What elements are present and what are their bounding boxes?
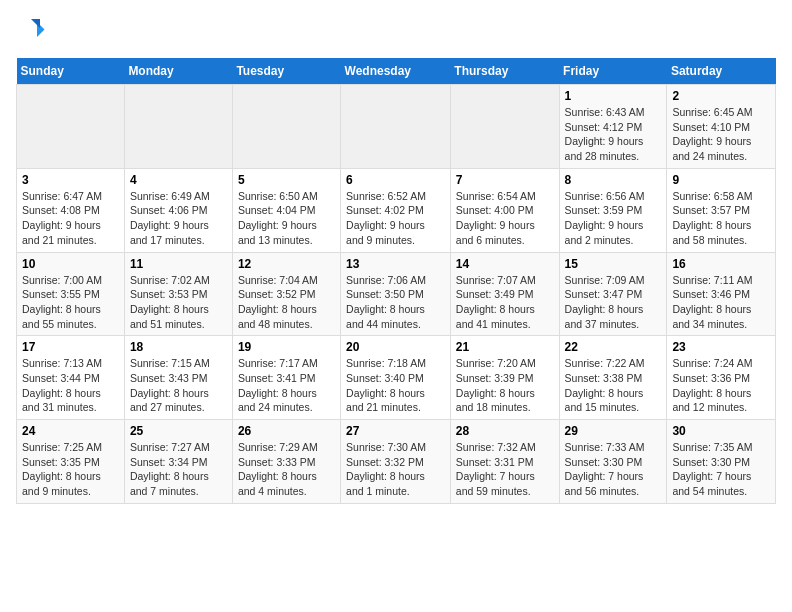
calendar-cell: 27Sunrise: 7:30 AM Sunset: 3:32 PM Dayli… <box>341 420 451 504</box>
day-number: 27 <box>346 424 445 438</box>
day-info: Sunrise: 7:24 AM Sunset: 3:36 PM Dayligh… <box>672 356 770 415</box>
day-info: Sunrise: 7:32 AM Sunset: 3:31 PM Dayligh… <box>456 440 554 499</box>
page-header <box>16 16 776 46</box>
day-info: Sunrise: 7:02 AM Sunset: 3:53 PM Dayligh… <box>130 273 227 332</box>
day-info: Sunrise: 7:27 AM Sunset: 3:34 PM Dayligh… <box>130 440 227 499</box>
calendar-cell: 30Sunrise: 7:35 AM Sunset: 3:30 PM Dayli… <box>667 420 776 504</box>
day-number: 4 <box>130 173 227 187</box>
day-number: 17 <box>22 340 119 354</box>
day-info: Sunrise: 7:25 AM Sunset: 3:35 PM Dayligh… <box>22 440 119 499</box>
calendar-cell: 26Sunrise: 7:29 AM Sunset: 3:33 PM Dayli… <box>232 420 340 504</box>
svg-marker-1 <box>31 19 40 28</box>
day-info: Sunrise: 7:20 AM Sunset: 3:39 PM Dayligh… <box>456 356 554 415</box>
calendar-cell: 8Sunrise: 6:56 AM Sunset: 3:59 PM Daylig… <box>559 168 667 252</box>
calendar-cell: 7Sunrise: 6:54 AM Sunset: 4:00 PM Daylig… <box>450 168 559 252</box>
day-info: Sunrise: 6:54 AM Sunset: 4:00 PM Dayligh… <box>456 189 554 248</box>
day-number: 21 <box>456 340 554 354</box>
weekday-header-saturday: Saturday <box>667 58 776 85</box>
calendar-week-row: 10Sunrise: 7:00 AM Sunset: 3:55 PM Dayli… <box>17 252 776 336</box>
calendar-cell: 23Sunrise: 7:24 AM Sunset: 3:36 PM Dayli… <box>667 336 776 420</box>
day-number: 30 <box>672 424 770 438</box>
day-number: 12 <box>238 257 335 271</box>
day-info: Sunrise: 6:49 AM Sunset: 4:06 PM Dayligh… <box>130 189 227 248</box>
day-number: 5 <box>238 173 335 187</box>
day-number: 10 <box>22 257 119 271</box>
day-info: Sunrise: 7:04 AM Sunset: 3:52 PM Dayligh… <box>238 273 335 332</box>
calendar-week-row: 1Sunrise: 6:43 AM Sunset: 4:12 PM Daylig… <box>17 85 776 169</box>
day-number: 19 <box>238 340 335 354</box>
day-info: Sunrise: 7:35 AM Sunset: 3:30 PM Dayligh… <box>672 440 770 499</box>
day-info: Sunrise: 7:22 AM Sunset: 3:38 PM Dayligh… <box>565 356 662 415</box>
calendar-table: SundayMondayTuesdayWednesdayThursdayFrid… <box>16 58 776 504</box>
calendar-cell: 5Sunrise: 6:50 AM Sunset: 4:04 PM Daylig… <box>232 168 340 252</box>
calendar-cell <box>341 85 451 169</box>
day-info: Sunrise: 7:07 AM Sunset: 3:49 PM Dayligh… <box>456 273 554 332</box>
calendar-cell <box>232 85 340 169</box>
day-info: Sunrise: 7:18 AM Sunset: 3:40 PM Dayligh… <box>346 356 445 415</box>
day-info: Sunrise: 7:33 AM Sunset: 3:30 PM Dayligh… <box>565 440 662 499</box>
day-number: 26 <box>238 424 335 438</box>
calendar-cell: 9Sunrise: 6:58 AM Sunset: 3:57 PM Daylig… <box>667 168 776 252</box>
day-info: Sunrise: 7:13 AM Sunset: 3:44 PM Dayligh… <box>22 356 119 415</box>
day-info: Sunrise: 6:47 AM Sunset: 4:08 PM Dayligh… <box>22 189 119 248</box>
calendar-cell: 19Sunrise: 7:17 AM Sunset: 3:41 PM Dayli… <box>232 336 340 420</box>
day-number: 28 <box>456 424 554 438</box>
day-info: Sunrise: 6:56 AM Sunset: 3:59 PM Dayligh… <box>565 189 662 248</box>
day-info: Sunrise: 6:45 AM Sunset: 4:10 PM Dayligh… <box>672 105 770 164</box>
calendar-cell <box>17 85 125 169</box>
day-info: Sunrise: 7:17 AM Sunset: 3:41 PM Dayligh… <box>238 356 335 415</box>
calendar-cell <box>124 85 232 169</box>
day-info: Sunrise: 7:30 AM Sunset: 3:32 PM Dayligh… <box>346 440 445 499</box>
day-number: 20 <box>346 340 445 354</box>
calendar-cell: 16Sunrise: 7:11 AM Sunset: 3:46 PM Dayli… <box>667 252 776 336</box>
day-info: Sunrise: 6:58 AM Sunset: 3:57 PM Dayligh… <box>672 189 770 248</box>
day-info: Sunrise: 7:00 AM Sunset: 3:55 PM Dayligh… <box>22 273 119 332</box>
calendar-cell: 12Sunrise: 7:04 AM Sunset: 3:52 PM Dayli… <box>232 252 340 336</box>
day-number: 1 <box>565 89 662 103</box>
calendar-cell: 29Sunrise: 7:33 AM Sunset: 3:30 PM Dayli… <box>559 420 667 504</box>
day-info: Sunrise: 7:15 AM Sunset: 3:43 PM Dayligh… <box>130 356 227 415</box>
day-info: Sunrise: 6:50 AM Sunset: 4:04 PM Dayligh… <box>238 189 335 248</box>
calendar-cell: 14Sunrise: 7:07 AM Sunset: 3:49 PM Dayli… <box>450 252 559 336</box>
weekday-header-thursday: Thursday <box>450 58 559 85</box>
day-number: 11 <box>130 257 227 271</box>
logo-icon <box>16 16 46 46</box>
day-number: 16 <box>672 257 770 271</box>
calendar-cell: 18Sunrise: 7:15 AM Sunset: 3:43 PM Dayli… <box>124 336 232 420</box>
day-number: 3 <box>22 173 119 187</box>
calendar-cell: 28Sunrise: 7:32 AM Sunset: 3:31 PM Dayli… <box>450 420 559 504</box>
day-number: 2 <box>672 89 770 103</box>
weekday-header-tuesday: Tuesday <box>232 58 340 85</box>
calendar-cell <box>450 85 559 169</box>
day-number: 18 <box>130 340 227 354</box>
day-info: Sunrise: 7:09 AM Sunset: 3:47 PM Dayligh… <box>565 273 662 332</box>
day-number: 9 <box>672 173 770 187</box>
logo <box>16 16 50 46</box>
weekday-header-friday: Friday <box>559 58 667 85</box>
day-number: 15 <box>565 257 662 271</box>
weekday-header-row: SundayMondayTuesdayWednesdayThursdayFrid… <box>17 58 776 85</box>
weekday-header-monday: Monday <box>124 58 232 85</box>
calendar-cell: 2Sunrise: 6:45 AM Sunset: 4:10 PM Daylig… <box>667 85 776 169</box>
weekday-header-wednesday: Wednesday <box>341 58 451 85</box>
calendar-cell: 17Sunrise: 7:13 AM Sunset: 3:44 PM Dayli… <box>17 336 125 420</box>
day-info: Sunrise: 7:06 AM Sunset: 3:50 PM Dayligh… <box>346 273 445 332</box>
day-info: Sunrise: 6:43 AM Sunset: 4:12 PM Dayligh… <box>565 105 662 164</box>
day-number: 14 <box>456 257 554 271</box>
day-number: 23 <box>672 340 770 354</box>
day-info: Sunrise: 6:52 AM Sunset: 4:02 PM Dayligh… <box>346 189 445 248</box>
day-number: 13 <box>346 257 445 271</box>
day-number: 8 <box>565 173 662 187</box>
calendar-cell: 25Sunrise: 7:27 AM Sunset: 3:34 PM Dayli… <box>124 420 232 504</box>
calendar-week-row: 3Sunrise: 6:47 AM Sunset: 4:08 PM Daylig… <box>17 168 776 252</box>
calendar-cell: 21Sunrise: 7:20 AM Sunset: 3:39 PM Dayli… <box>450 336 559 420</box>
calendar-cell: 4Sunrise: 6:49 AM Sunset: 4:06 PM Daylig… <box>124 168 232 252</box>
day-number: 29 <box>565 424 662 438</box>
calendar-cell: 15Sunrise: 7:09 AM Sunset: 3:47 PM Dayli… <box>559 252 667 336</box>
day-number: 6 <box>346 173 445 187</box>
day-info: Sunrise: 7:11 AM Sunset: 3:46 PM Dayligh… <box>672 273 770 332</box>
calendar-cell: 20Sunrise: 7:18 AM Sunset: 3:40 PM Dayli… <box>341 336 451 420</box>
day-number: 24 <box>22 424 119 438</box>
calendar-week-row: 17Sunrise: 7:13 AM Sunset: 3:44 PM Dayli… <box>17 336 776 420</box>
calendar-cell: 1Sunrise: 6:43 AM Sunset: 4:12 PM Daylig… <box>559 85 667 169</box>
